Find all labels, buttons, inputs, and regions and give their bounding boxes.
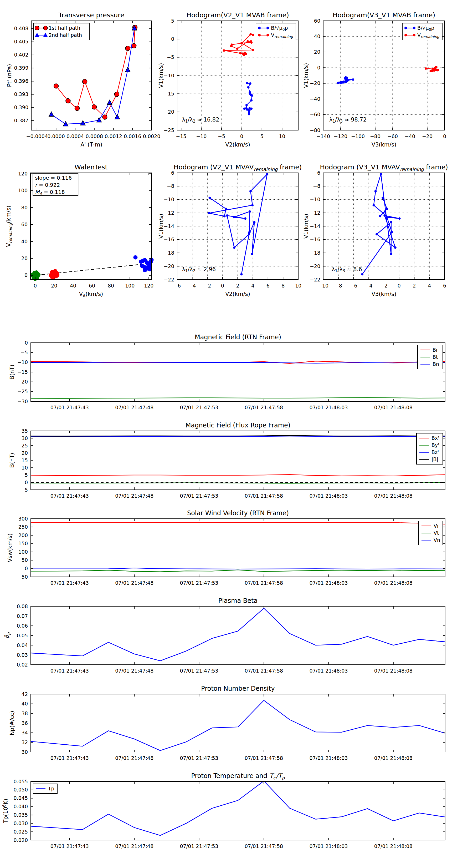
y-tick-label: 10 [22, 465, 28, 471]
legend-label: Br [433, 347, 438, 353]
x-tick-label: 07/01 21:47:53 [180, 843, 218, 849]
data-point [125, 67, 130, 72]
x-tick-label: 07/01 21:47:43 [50, 843, 89, 849]
x-tick-label: 07/01 21:48:08 [374, 580, 412, 586]
y-tick-label: 35 [22, 428, 28, 434]
x-axis-label: V3(km/s) [372, 291, 397, 297]
data-point [54, 84, 59, 88]
chart-hodogram-v2v1-mvav: −6−4−20246810−22−20−18−16−14−12−10−8−6Ho… [158, 163, 302, 297]
chart-hodogram-v3v1-mvab: −140−120−100−80−60−40−200−80−60−40−20020… [303, 11, 446, 148]
y-tick-label: 0.045 [14, 795, 28, 801]
data-point [382, 212, 384, 214]
data-point [266, 27, 269, 29]
x-tick-label: 8 [281, 283, 284, 288]
y-tick-label: −20 [164, 109, 174, 115]
axes-frame [31, 606, 445, 665]
x-tick-label: 60 [89, 283, 95, 288]
y-tick-label: 0.05 [17, 632, 28, 639]
y-tick-label: 30 [22, 749, 28, 755]
chart-title: Plasma Beta [218, 597, 258, 604]
data-point [425, 67, 427, 70]
stats-box-line: r = 0.922 [35, 182, 60, 188]
x-tick-label: 0 [240, 133, 243, 139]
annotation: λ1/λ3 ≈ 8.6 [332, 266, 362, 274]
x-tick-label: 80 [108, 283, 114, 288]
y-tick-label: −18 [164, 250, 174, 256]
axes-frame [31, 519, 445, 577]
data-point [92, 105, 97, 110]
y-tick-label: −22 [164, 277, 174, 282]
y-tick-label: 0.07 [17, 613, 28, 619]
data-point [243, 54, 245, 56]
data-point [250, 41, 252, 44]
data-point [398, 217, 401, 220]
data-point [226, 214, 228, 217]
x-tick-label: −8 [335, 283, 342, 288]
x-tick-label: 07/01 21:47:48 [115, 493, 154, 499]
data-point [233, 246, 235, 249]
chart-hodogram-v2v1-mvab: −15−10−50510−25−20−15−10−505Hodogram(V2_… [158, 11, 298, 148]
x-tick-label: 2 [236, 283, 239, 288]
x-tick-label: 07/01 21:48:08 [374, 843, 412, 849]
annotation: λ1/λ2 ≈ 16.82 [182, 117, 219, 124]
x-tick-label: 4 [428, 283, 431, 288]
chart-title: Hodogram (V2_V1 MVAVremaining frame) [174, 163, 302, 172]
x-tick-label: −10 [318, 283, 329, 288]
x-tick-label: 07/01 21:47:58 [245, 668, 283, 674]
y-axis-label: B(nT) [9, 453, 15, 468]
y-axis-label: Vremaining(km/s) [5, 206, 13, 247]
y-tick-label: 0 [25, 479, 28, 485]
x-tick-label: 0 [398, 283, 401, 288]
data-point [436, 69, 438, 71]
x-tick-label: 07/01 21:47:43 [50, 405, 89, 410]
data-point [390, 221, 392, 223]
data-point [413, 27, 415, 29]
chart-transverse-pressure: −0.00040.00000.00040.00080.00120.00160.0… [6, 11, 160, 148]
data-point [374, 190, 377, 192]
data-point [251, 204, 254, 207]
legend-label: Vr [434, 523, 439, 529]
y-axis-label: Np(#/cc) [9, 711, 15, 735]
y-tick-label: −25 [18, 389, 28, 394]
y-tick-label: 0.020 [14, 837, 28, 843]
legend-label: |B| [432, 456, 438, 462]
data-point [50, 270, 54, 274]
data-point [75, 106, 79, 111]
data-point [240, 42, 243, 44]
y-tick-label: −10 [18, 359, 28, 365]
y-tick-label: 0.050 [14, 787, 28, 793]
chart-plasma-beta: 07/01 21:47:4307/01 21:47:4807/01 21:47:… [4, 597, 445, 674]
data-point [404, 27, 407, 29]
x-tick-label: 07/01 21:47:43 [50, 668, 89, 674]
y-tick-label: 0.06 [17, 623, 28, 629]
x-tick-label: 07/01 21:47:53 [180, 580, 218, 586]
x-tick-label: 0.0016 [124, 133, 141, 139]
chart-title: Magnetic Field (RTN Frame) [195, 334, 281, 341]
y-tick-label: 250 [19, 524, 28, 530]
y-tick-label: 0 [25, 565, 28, 571]
x-tick-label: 07/01 21:48:08 [374, 755, 412, 761]
y-tick-label: −15 [164, 91, 174, 96]
chart-hodogram-v3v1-mvav: −10−8−6−4−20246−22−20−18−16−14−12−10−8−6… [303, 163, 448, 297]
x-tick-label: −140 [316, 133, 330, 139]
y-tick-label: −20 [310, 80, 320, 86]
y-tick-label: −6 [167, 170, 174, 176]
series-line-Np [31, 701, 445, 751]
chart-magnetic-field-rtn: 07/01 21:47:4307/01 21:47:4807/01 21:47:… [9, 334, 445, 410]
y-tick-label: 80 [21, 205, 28, 210]
y-tick-label: −15 [18, 369, 28, 375]
series-line-v-hodogram [362, 174, 400, 274]
legend-label: Bz' [432, 449, 439, 455]
data-point [243, 107, 245, 110]
chart-title: Hodogram (V3_V1 MVAVremaining frame) [320, 163, 448, 172]
y-tick-label: 0.035 [14, 812, 28, 818]
y-tick-label: −20 [164, 263, 174, 269]
data-point [391, 231, 393, 233]
y-tick-label: −22 [310, 277, 320, 282]
figure-svg: −0.00040.00000.00040.00080.00120.00160.0… [0, 0, 473, 868]
data-point [246, 40, 249, 42]
legend: BrBtBn [417, 345, 443, 369]
x-tick-label: −10 [196, 133, 207, 139]
x-tick-label: −5 [218, 133, 225, 139]
series-line-V-remaining [224, 34, 253, 55]
